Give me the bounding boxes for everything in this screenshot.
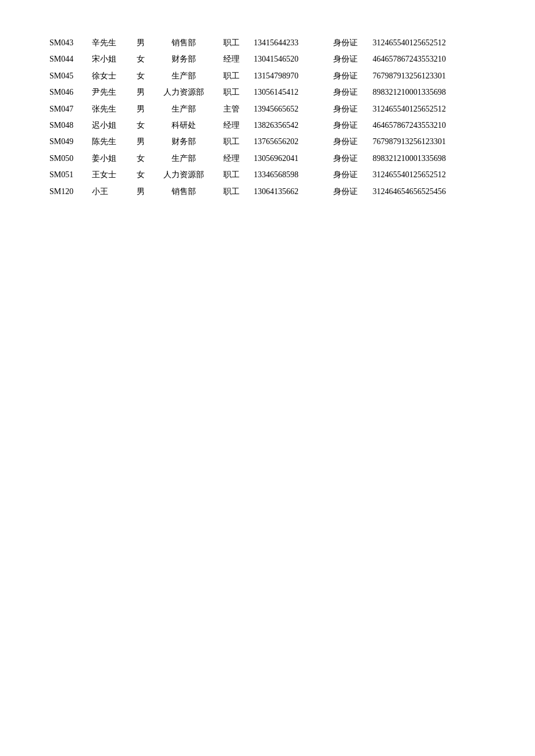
cell-1: 徐女士 <box>86 68 129 84</box>
cell-2: 男 <box>129 184 152 200</box>
cell-5: 13346568598 <box>248 167 324 183</box>
cell-3: 生产部 <box>152 101 215 117</box>
cell-7: 312465540125652512 <box>367 167 491 183</box>
cell-0: SM043 <box>44 35 86 51</box>
cell-1: 姜小姐 <box>86 151 129 167</box>
cell-7: 464657867243553210 <box>367 51 491 67</box>
cell-3: 销售部 <box>152 35 215 51</box>
cell-5: 13041546520 <box>248 51 324 67</box>
page-container: SM043辛先生男销售部职工13415644233身份证312465540125… <box>0 0 535 235</box>
cell-2: 女 <box>129 167 152 183</box>
table-row: SM047张先生男生产部主管13945665652身份证312465540125… <box>44 101 491 117</box>
cell-4: 职工 <box>215 84 248 101</box>
cell-3: 人力资源部 <box>152 84 215 101</box>
cell-3: 生产部 <box>152 151 215 167</box>
cell-7: 898321210001335698 <box>367 84 491 101</box>
cell-2: 女 <box>129 151 152 167</box>
cell-3: 科研处 <box>152 117 215 134</box>
cell-7: 464657867243553210 <box>367 117 491 134</box>
cell-6: 身份证 <box>324 167 367 183</box>
cell-2: 男 <box>129 84 152 101</box>
cell-0: SM047 <box>44 101 86 117</box>
cell-3: 销售部 <box>152 184 215 200</box>
cell-4: 经理 <box>215 151 248 167</box>
cell-2: 男 <box>129 101 152 117</box>
cell-3: 财务部 <box>152 51 215 67</box>
cell-4: 职工 <box>215 167 248 183</box>
cell-0: SM045 <box>44 68 86 84</box>
cell-1: 迟小姐 <box>86 117 129 134</box>
cell-6: 身份证 <box>324 84 367 101</box>
cell-6: 身份证 <box>324 117 367 134</box>
table-row: SM049陈先生男财务部职工13765656202身份证767987913256… <box>44 134 491 150</box>
cell-1: 陈先生 <box>86 134 129 150</box>
cell-1: 尹先生 <box>86 84 129 101</box>
cell-6: 身份证 <box>324 101 367 117</box>
table-row: SM048迟小姐女科研处经理13826356542身份证464657867243… <box>44 117 491 134</box>
cell-0: SM050 <box>44 151 86 167</box>
cell-6: 身份证 <box>324 134 367 150</box>
cell-1: 张先生 <box>86 101 129 117</box>
cell-5: 13826356542 <box>248 117 324 134</box>
cell-6: 身份证 <box>324 51 367 67</box>
cell-7: 767987913256123301 <box>367 68 491 84</box>
cell-0: SM049 <box>44 134 86 150</box>
cell-4: 职工 <box>215 134 248 150</box>
table-row: SM120小王男销售部职工13064135662身份证3124646546565… <box>44 184 491 200</box>
employee-table: SM043辛先生男销售部职工13415644233身份证312465540125… <box>44 35 491 200</box>
cell-6: 身份证 <box>324 184 367 200</box>
cell-1: 王女士 <box>86 167 129 183</box>
cell-1: 小王 <box>86 184 129 200</box>
cell-0: SM046 <box>44 84 86 101</box>
cell-4: 主管 <box>215 101 248 117</box>
cell-0: SM044 <box>44 51 86 67</box>
cell-5: 13154798970 <box>248 68 324 84</box>
cell-0: SM120 <box>44 184 86 200</box>
cell-5: 13056145412 <box>248 84 324 101</box>
table-row: SM043辛先生男销售部职工13415644233身份证312465540125… <box>44 35 491 51</box>
cell-5: 13765656202 <box>248 134 324 150</box>
cell-6: 身份证 <box>324 35 367 51</box>
cell-3: 人力资源部 <box>152 167 215 183</box>
cell-3: 生产部 <box>152 68 215 84</box>
cell-4: 职工 <box>215 184 248 200</box>
cell-1: 辛先生 <box>86 35 129 51</box>
cell-3: 财务部 <box>152 134 215 150</box>
cell-4: 职工 <box>215 35 248 51</box>
cell-2: 女 <box>129 117 152 134</box>
table-row: SM051王女士女人力资源部职工13346568598身份证3124655401… <box>44 167 491 183</box>
cell-0: SM048 <box>44 117 86 134</box>
cell-4: 经理 <box>215 51 248 67</box>
cell-7: 767987913256123301 <box>367 134 491 150</box>
cell-0: SM051 <box>44 167 86 183</box>
table-row: SM044宋小姐女财务部经理13041546520身份证464657867243… <box>44 51 491 67</box>
cell-6: 身份证 <box>324 68 367 84</box>
cell-5: 13945665652 <box>248 101 324 117</box>
cell-6: 身份证 <box>324 151 367 167</box>
cell-5: 13415644233 <box>248 35 324 51</box>
table-row: SM046尹先生男人力资源部职工13056145412身份证8983212100… <box>44 84 491 101</box>
cell-2: 男 <box>129 35 152 51</box>
cell-2: 女 <box>129 68 152 84</box>
cell-2: 女 <box>129 51 152 67</box>
cell-4: 职工 <box>215 68 248 84</box>
cell-7: 312464654656525456 <box>367 184 491 200</box>
cell-1: 宋小姐 <box>86 51 129 67</box>
cell-7: 312465540125652512 <box>367 101 491 117</box>
table-row: SM045徐女士女生产部职工13154798970身份证767987913256… <box>44 68 491 84</box>
cell-7: 312465540125652512 <box>367 35 491 51</box>
cell-2: 男 <box>129 134 152 150</box>
table-row: SM050姜小姐女生产部经理13056962041身份证898321210001… <box>44 151 491 167</box>
cell-4: 经理 <box>215 117 248 134</box>
cell-5: 13064135662 <box>248 184 324 200</box>
cell-5: 13056962041 <box>248 151 324 167</box>
cell-7: 898321210001335698 <box>367 151 491 167</box>
